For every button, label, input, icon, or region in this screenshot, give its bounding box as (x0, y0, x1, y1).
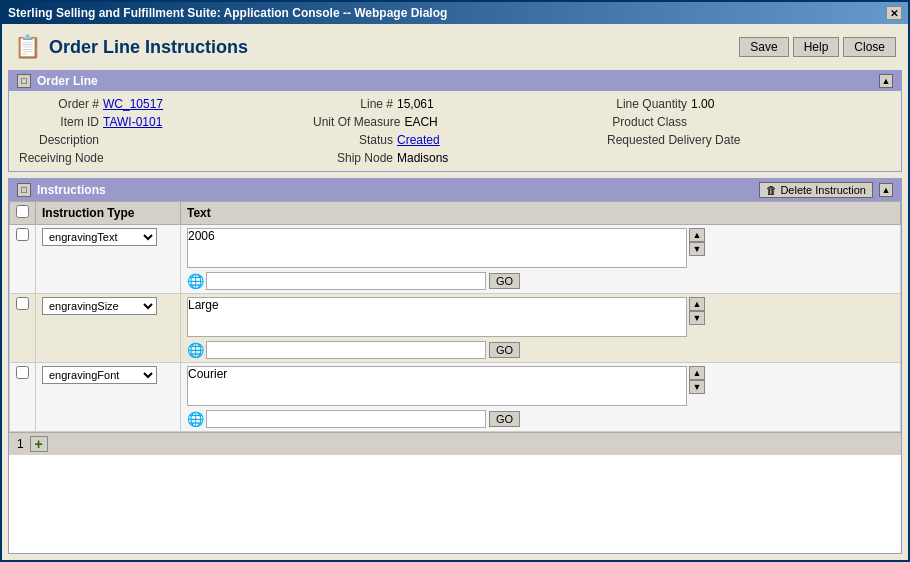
table-row: engravingTextengravingSizeengravingFont▲… (10, 225, 901, 294)
col-header-checkbox (10, 202, 36, 225)
order-line-panel-header: □ Order Line ▲ (9, 71, 901, 91)
top-buttons: Save Help Close (739, 37, 896, 57)
row-checkbox-cell (10, 225, 36, 294)
description-label: Description (19, 133, 99, 147)
row-2-go-button[interactable]: GO (489, 342, 520, 358)
delete-icon: 🗑 (766, 184, 777, 196)
status-field: Status Created (313, 133, 597, 147)
close-button[interactable]: Close (843, 37, 896, 57)
window-close-button[interactable]: ✕ (886, 6, 902, 20)
requested-delivery-date-field: Requested Delivery Date (607, 133, 891, 147)
row-text-cell: ▲▼🌐GO (181, 225, 901, 294)
instructions-table: Instruction Type Text engravingTextengra… (9, 201, 901, 432)
row-1-lang-input[interactable] (206, 272, 486, 290)
row-2-checkbox[interactable] (16, 297, 29, 310)
description-field: Description (19, 133, 303, 147)
row-checkbox-cell (10, 363, 36, 432)
row-checkbox-cell (10, 294, 36, 363)
line-quantity-label: Line Quantity (607, 97, 687, 111)
help-button[interactable]: Help (793, 37, 840, 57)
page-number: 1 (17, 437, 24, 451)
order-line-expand-icon[interactable]: ▲ (879, 74, 893, 88)
item-id-label: Item ID (19, 115, 99, 129)
requested-delivery-date-label: Requested Delivery Date (607, 133, 740, 147)
order-number-field: Order # WC_10517 (19, 97, 303, 111)
status-label: Status (313, 133, 393, 147)
instructions-panel: □ Instructions 🗑 Delete Instruction ▲ (8, 178, 902, 554)
order-line-grid: Order # WC_10517 Line # 15,061 Line Quan… (19, 97, 891, 165)
book-icon: 📋 (14, 34, 41, 60)
row-3-scroll-up[interactable]: ▲ (689, 366, 705, 380)
item-id-value[interactable]: TAWI-0101 (103, 115, 162, 129)
table-row: engravingTextengravingSizeengravingFont▲… (10, 363, 901, 432)
empty-field (607, 151, 891, 165)
row-3-scroll-down[interactable]: ▼ (689, 380, 705, 394)
table-header-row: Instruction Type Text (10, 202, 901, 225)
item-id-field: Item ID TAWI-0101 (19, 115, 303, 129)
line-number-field: Line # 15,061 (313, 97, 597, 111)
row-text-cell: ▲▼🌐GO (181, 294, 901, 363)
product-class-field: Product Class (607, 115, 891, 129)
row-type-cell: engravingTextengravingSizeengravingFont (36, 363, 181, 432)
delete-instruction-button[interactable]: 🗑 Delete Instruction (759, 182, 873, 198)
page-title: 📋 Order Line Instructions (14, 34, 248, 60)
row-type-cell: engravingTextengravingSizeengravingFont (36, 294, 181, 363)
instructions-panel-title: Instructions (37, 183, 106, 197)
top-bar: 📋 Order Line Instructions Save Help Clos… (8, 30, 902, 64)
row-2-scroll-up[interactable]: ▲ (689, 297, 705, 311)
row-2-scroll-down[interactable]: ▼ (689, 311, 705, 325)
window-title: Sterling Selling and Fulfillment Suite: … (8, 6, 447, 20)
row-2-type-select[interactable]: engravingTextengravingSizeengravingFont (42, 297, 157, 315)
ship-node-label: Ship Node (313, 151, 393, 165)
row-2-text-input[interactable] (187, 297, 687, 337)
uom-value: EACH (404, 115, 437, 129)
receiving-node-label: Receiving Node (19, 151, 104, 165)
receiving-node-field: Receiving Node (19, 151, 303, 165)
ship-node-field: Ship Node Madisons (313, 151, 597, 165)
ship-node-value: Madisons (397, 151, 448, 165)
row-2-lang-input[interactable] (206, 341, 486, 359)
order-line-panel-title: Order Line (37, 74, 98, 88)
row-3-go-button[interactable]: GO (489, 411, 520, 427)
line-number-value: 15,061 (397, 97, 434, 111)
delete-instruction-label: Delete Instruction (780, 184, 866, 196)
instructions-header-left: □ Instructions (17, 183, 106, 197)
row-1-scroll-up[interactable]: ▲ (689, 228, 705, 242)
order-line-panel-body: Order # WC_10517 Line # 15,061 Line Quan… (9, 91, 901, 171)
row-3-checkbox[interactable] (16, 366, 29, 379)
row-1-scroll-down[interactable]: ▼ (689, 242, 705, 256)
line-quantity-field: Line Quantity 1.00 (607, 97, 891, 111)
col-header-instruction-type: Instruction Type (36, 202, 181, 225)
instructions-expand-icon[interactable]: ▲ (879, 183, 893, 197)
line-quantity-value: 1.00 (691, 97, 714, 111)
save-button[interactable]: Save (739, 37, 788, 57)
content-area: 📋 Order Line Instructions Save Help Clos… (2, 24, 908, 560)
row-1-go-button[interactable]: GO (489, 273, 520, 289)
add-row-button[interactable]: + (30, 436, 48, 452)
row-2-globe-icon: 🌐 (187, 342, 204, 358)
order-line-collapse-icon[interactable]: □ (17, 74, 31, 88)
title-bar-left: Sterling Selling and Fulfillment Suite: … (8, 6, 447, 20)
row-3-lang-input[interactable] (206, 410, 486, 428)
select-all-checkbox[interactable] (16, 205, 29, 218)
product-class-label: Product Class (607, 115, 687, 129)
row-3-text-input[interactable] (187, 366, 687, 406)
instructions-header: □ Instructions 🗑 Delete Instruction ▲ (9, 179, 901, 201)
page-title-text: Order Line Instructions (49, 37, 248, 58)
line-number-label: Line # (313, 97, 393, 111)
row-1-text-input[interactable] (187, 228, 687, 268)
panel-header-left: □ Order Line (17, 74, 98, 88)
row-1-checkbox[interactable] (16, 228, 29, 241)
pagination-bar: 1 + (9, 432, 901, 455)
order-number-value[interactable]: WC_10517 (103, 97, 163, 111)
row-3-type-select[interactable]: engravingTextengravingSizeengravingFont (42, 366, 157, 384)
order-number-label: Order # (19, 97, 99, 111)
main-window: Sterling Selling and Fulfillment Suite: … (0, 0, 910, 562)
instructions-collapse-icon[interactable]: □ (17, 183, 31, 197)
col-header-text: Text (181, 202, 901, 225)
uom-field: Unit Of Measure EACH (313, 115, 597, 129)
status-value[interactable]: Created (397, 133, 440, 147)
row-1-type-select[interactable]: engravingTextengravingSizeengravingFont (42, 228, 157, 246)
row-1-globe-icon: 🌐 (187, 273, 204, 289)
title-bar: Sterling Selling and Fulfillment Suite: … (2, 2, 908, 24)
